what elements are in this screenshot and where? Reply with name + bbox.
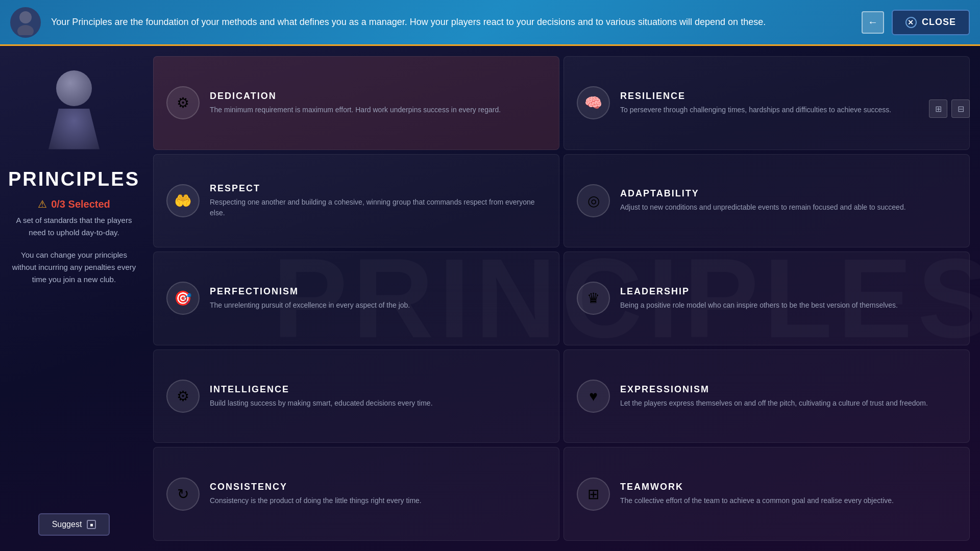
principles-grid: ⚙DEDICATIONThe minimum requirement is ma…: [148, 46, 980, 551]
svg-point-1: [17, 25, 34, 35]
banner-text: Your Principles are the foundation of yo…: [51, 15, 851, 29]
banner-controls: ← ✕ CLOSE: [862, 10, 970, 35]
principle-card-expressionism[interactable]: ♥EXPRESSIONISMLet the players express th…: [564, 349, 970, 443]
expressionism-desc: Let the players express themselves on an…: [620, 398, 928, 409]
adaptability-title: ADAPTABILITY: [620, 188, 906, 199]
sidebar-note: You can change your principles without i…: [10, 249, 138, 286]
teamwork-icon: ⊞: [577, 478, 610, 511]
perfectionism-icon: 🎯: [166, 282, 200, 315]
principle-card-leadership[interactable]: ♛LEADERSHIPBeing a positive role model w…: [564, 252, 970, 345]
expressionism-icon: ♥: [577, 380, 610, 413]
resilience-desc: To persevere through challenging times, …: [620, 105, 891, 115]
intelligence-desc: Build lasting success by making smart, e…: [210, 398, 433, 409]
respect-desc: Respecting one another and building a co…: [210, 197, 546, 218]
teamwork-title: TEAMWORK: [620, 482, 894, 492]
consistency-title: CONSISTENCY: [210, 482, 422, 492]
principle-card-adaptability[interactable]: ◎ADAPTABILITYAdjust to new conditions an…: [564, 154, 970, 248]
back-button[interactable]: ←: [862, 11, 884, 34]
dedication-title: DEDICATION: [210, 91, 501, 102]
consistency-content: CONSISTENCYConsistency is the product of…: [210, 482, 422, 506]
principle-card-intelligence[interactable]: ⚙INTELLIGENCEBuild lasting success by ma…: [153, 349, 559, 443]
top-banner: Your Principles are the foundation of yo…: [0, 0, 980, 46]
expressionism-title: EXPRESSIONISM: [620, 384, 928, 395]
sidebar-desc: A set of standards that the players need…: [10, 214, 138, 239]
respect-title: RESPECT: [210, 183, 546, 194]
leadership-icon: ♛: [577, 282, 610, 315]
close-button[interactable]: ✕ CLOSE: [892, 10, 970, 35]
teamwork-desc: The collective effort of the team to ach…: [620, 495, 894, 506]
warning-row: ⚠ 0/3 Selected: [38, 198, 110, 210]
dedication-desc: The minimum requirement is maximum effor…: [210, 105, 501, 115]
suggest-button[interactable]: Suggest ■: [38, 513, 110, 536]
intelligence-content: INTELLIGENCEBuild lasting success by mak…: [210, 384, 433, 409]
manager-avatar-small: [10, 7, 41, 38]
perfectionism-desc: The unrelenting pursuit of excellence in…: [210, 300, 410, 311]
sidebar-title: PRINCIPLES: [8, 168, 140, 190]
intelligence-title: INTELLIGENCE: [210, 384, 433, 395]
principle-card-teamwork[interactable]: ⊞TEAMWORKThe collective effort of the te…: [564, 447, 970, 541]
main-area: PRINCIPLES ⊞ ⊟ PRINCIPLES ⚠ 0/3 Selected…: [0, 46, 980, 551]
perfectionism-content: PERFECTIONISMThe unrelenting pursuit of …: [210, 286, 410, 311]
leadership-title: LEADERSHIP: [620, 286, 898, 297]
selected-count: 0/3 Selected: [51, 198, 110, 210]
warning-icon: ⚠: [38, 198, 47, 210]
principle-card-dedication[interactable]: ⚙DEDICATIONThe minimum requirement is ma…: [153, 56, 559, 150]
intelligence-icon: ⚙: [166, 380, 200, 413]
leadership-content: LEADERSHIPBeing a positive role model wh…: [620, 286, 898, 311]
teamwork-content: TEAMWORKThe collective effort of the tea…: [620, 482, 894, 506]
respect-content: RESPECTRespecting one another and buildi…: [210, 183, 546, 218]
avatar-head: [56, 70, 92, 106]
resilience-title: RESILIENCE: [620, 91, 891, 102]
resilience-icon: 🧠: [577, 86, 610, 119]
principle-card-perfectionism[interactable]: 🎯PERFECTIONISMThe unrelenting pursuit of…: [153, 252, 559, 345]
svg-point-0: [19, 11, 32, 23]
suggest-icon: ■: [87, 520, 96, 529]
suggest-label: Suggest: [52, 520, 82, 529]
sidebar: PRINCIPLES ⚠ 0/3 Selected A set of stand…: [0, 46, 148, 551]
dedication-content: DEDICATIONThe minimum requirement is max…: [210, 91, 501, 115]
adaptability-content: ADAPTABILITYAdjust to new conditions and…: [620, 188, 906, 213]
adaptability-icon: ◎: [577, 184, 610, 217]
avatar-body: [48, 109, 100, 149]
consistency-desc: Consistency is the product of doing the …: [210, 495, 422, 506]
close-x-icon: ✕: [905, 17, 917, 28]
principle-card-respect[interactable]: 🤲RESPECTRespecting one another and build…: [153, 154, 559, 248]
adaptability-desc: Adjust to new conditions and unpredictab…: [620, 202, 906, 213]
respect-icon: 🤲: [166, 184, 200, 217]
manager-avatar-large: [33, 61, 115, 158]
perfectionism-title: PERFECTIONISM: [210, 286, 410, 297]
leadership-desc: Being a positive role model who can insp…: [620, 300, 898, 311]
expressionism-content: EXPRESSIONISMLet the players express the…: [620, 384, 928, 409]
close-label: CLOSE: [922, 17, 956, 28]
principle-card-consistency[interactable]: ↻CONSISTENCYConsistency is the product o…: [153, 447, 559, 541]
resilience-content: RESILIENCETo persevere through challengi…: [620, 91, 891, 115]
principle-card-resilience[interactable]: 🧠RESILIENCETo persevere through challeng…: [564, 56, 970, 150]
consistency-icon: ↻: [166, 478, 200, 511]
dedication-icon: ⚙: [166, 86, 200, 119]
